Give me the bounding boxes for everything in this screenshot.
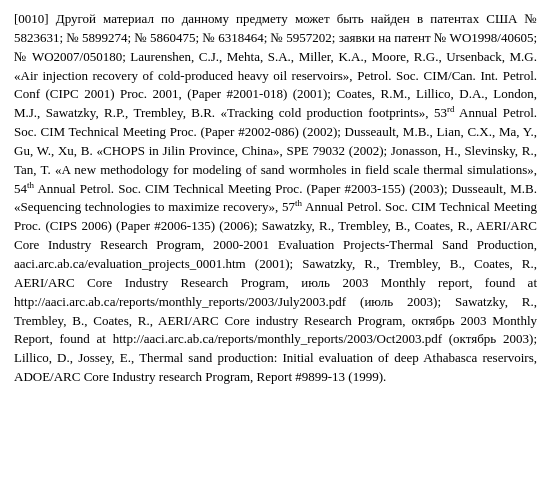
reference-block: [0010] Другой материал по данному предме…	[14, 10, 537, 387]
superscript-2: th	[27, 179, 34, 189]
text-part-4: Annual Petrol. Soc. CIM Technical Meetin…	[14, 199, 537, 384]
reference-paragraph: [0010] Другой материал по данному предме…	[14, 10, 537, 387]
text-part-1: [0010] Другой материал по данному предме…	[14, 11, 537, 120]
